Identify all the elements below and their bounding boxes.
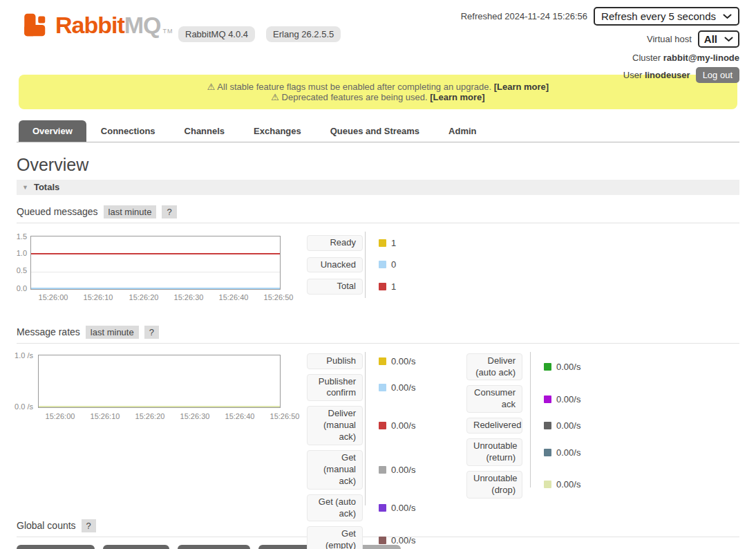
x-tick: 15:26:00	[32, 293, 74, 301]
rabbitmq-rabbit-icon	[23, 11, 51, 39]
unacked-value: 0	[391, 259, 396, 270]
queued-help-icon[interactable]: ?	[162, 205, 176, 218]
rabbitmq-logo[interactable]: RabbitMQ TM	[23, 11, 173, 39]
virtual-host-select[interactable]: All	[698, 30, 739, 48]
consumer-ack-color-swatch	[544, 396, 551, 403]
message-rates-title: Message rates	[17, 326, 80, 337]
channels-count-button[interactable]: Channels:0	[103, 545, 169, 549]
logo-tm: TM	[163, 28, 173, 35]
total-button[interactable]: Total	[307, 279, 363, 295]
rates-range-badge[interactable]: last minute	[86, 326, 139, 339]
unroutable-return-button[interactable]: Unroutable (return)	[466, 438, 522, 466]
get-empty-color-swatch	[379, 537, 386, 544]
get-manual-ack-button[interactable]: Get (manual ack)	[307, 450, 363, 490]
get-auto-ack-rate: 0.00/s	[391, 503, 415, 513]
redelivered-color-swatch	[544, 422, 551, 429]
tab-queues-and-streams[interactable]: Queues and Streams	[316, 120, 434, 142]
virtual-host-label: Virtual host	[647, 34, 692, 44]
x-tick: 15:26:40	[219, 412, 261, 420]
y-tick: 1.0	[0, 249, 27, 257]
rabbitmq-overview-page: RabbitMQ TM RabbitMQ 4.0.4 Erlang 26.2.5…	[0, 0, 756, 549]
publish-button[interactable]: Publish	[307, 353, 363, 369]
collapse-triangle-icon: ▼	[22, 184, 28, 191]
get-auto-ack-button[interactable]: Get (auto ack)	[307, 494, 363, 522]
total-series-line	[31, 253, 280, 254]
deliver-manual-ack-button[interactable]: Deliver (manual ack)	[307, 406, 363, 445]
unroutable-return-color-swatch	[544, 449, 551, 456]
queued-messages-chart: 1.5 1.0 0.5 0.0 15:26:00 15:26:10 15:26:…	[17, 234, 739, 309]
x-tick: 15:26:10	[84, 412, 126, 420]
total-color-swatch	[379, 283, 386, 290]
publisher-confirm-rate: 0.00/s	[391, 382, 415, 393]
x-tick: 15:26:20	[123, 293, 164, 301]
rates-help-icon[interactable]: ?	[144, 326, 159, 339]
get-manual-ack-rate: 0.00/s	[391, 465, 415, 475]
get-auto-ack-color-swatch	[379, 504, 386, 512]
deliver-manual-ack-rate: 0.00/s	[391, 420, 415, 431]
legend-divider	[530, 352, 531, 487]
get-manual-ack-color-swatch	[379, 466, 386, 474]
unroutable-drop-button[interactable]: Unroutable (drop)	[466, 471, 522, 499]
y-tick: 0.5	[0, 266, 27, 274]
publisher-confirm-color-swatch	[379, 384, 386, 391]
queued-legend: Ready 1 Unacked 0 Total 1	[307, 235, 396, 295]
unacked-button[interactable]: Unacked	[307, 257, 363, 273]
redelivered-button[interactable]: Redelivered	[466, 418, 522, 434]
publish-color-swatch	[379, 357, 386, 365]
legend-row-deliver-manual-ack: Deliver (manual ack) 0.00/s	[307, 406, 415, 445]
x-tick: 15:26:50	[264, 412, 305, 420]
legend-row-deliver-auto-ack: Deliver (auto ack) 0.00/s	[466, 353, 580, 381]
logo-text-rabbit: Rabbit	[55, 12, 124, 39]
zero-rate-line	[39, 406, 280, 407]
logo-text-mq: MQ	[124, 12, 161, 39]
legend-row-unroutable-drop: Unroutable (drop) 0.00/s	[466, 471, 580, 499]
totals-section-header[interactable]: ▼ Totals	[17, 180, 739, 195]
exchanges-count-button[interactable]: Exchanges:8	[178, 545, 250, 549]
logout-button[interactable]: Log out	[696, 67, 739, 83]
get-empty-rate: 0.00/s	[391, 535, 415, 546]
unroutable-drop-color-swatch	[544, 481, 551, 488]
rates-legend-right: Deliver (auto ack) 0.00/s Consumer ack 0…	[466, 353, 580, 499]
tab-connections[interactable]: Connections	[86, 120, 170, 142]
rates-plot-area	[38, 355, 281, 408]
legend-row-unroutable-return: Unroutable (return) 0.00/s	[466, 438, 580, 466]
queued-range-badge[interactable]: last minute	[104, 205, 157, 218]
tab-exchanges[interactable]: Exchanges	[239, 120, 316, 142]
get-empty-button[interactable]: Get (empty)	[307, 526, 363, 549]
deliver-auto-ack-button[interactable]: Deliver (auto ack)	[466, 353, 522, 381]
tab-overview[interactable]: Overview	[19, 120, 86, 142]
chevron-down-icon	[724, 37, 733, 42]
x-tick: 15:26:10	[77, 293, 119, 301]
y-tick: 1.5	[0, 232, 27, 241]
x-tick: 15:26:50	[258, 293, 299, 301]
message-rates-chart: 1.0 /s 0.0 /s 15:26:00 15:26:10 15:26:20…	[17, 353, 739, 510]
legend-row-unacked: Unacked 0	[307, 257, 396, 273]
x-tick: 15:26:00	[39, 412, 81, 420]
deliver-auto-ack-rate: 0.00/s	[556, 362, 580, 372]
refresh-interval-select[interactable]: Refresh every 5 seconds	[594, 7, 739, 26]
learn-more-link[interactable]: [Learn more]	[430, 92, 484, 102]
deliver-auto-ack-color-swatch	[544, 363, 551, 371]
cluster-label: Cluster	[632, 53, 661, 63]
refreshed-label: Refreshed 2024-11-24 15:26:56	[461, 11, 587, 21]
legend-row-publisher-confirm: Publisher confirm 0.00/s	[307, 374, 415, 402]
connections-count-button[interactable]: Connections:0	[17, 545, 95, 549]
global-counts-help-icon[interactable]: ?	[82, 519, 96, 532]
y-tick: 1.0 /s	[3, 351, 33, 360]
consumer-ack-button[interactable]: Consumer ack	[466, 385, 522, 413]
tab-channels[interactable]: Channels	[170, 120, 240, 142]
x-tick: 15:26:30	[168, 293, 209, 301]
header: RabbitMQ TM RabbitMQ 4.0.4 Erlang 26.2.5…	[0, 0, 756, 75]
unacked-series-line	[31, 288, 280, 289]
unroutable-return-rate: 0.00/s	[556, 447, 580, 458]
tab-admin[interactable]: Admin	[434, 120, 491, 142]
warning-icon: ⚠ All stable feature flags must be enabl…	[207, 82, 491, 92]
publisher-confirm-button[interactable]: Publisher confirm	[307, 374, 363, 402]
totals-label: Totals	[34, 182, 59, 192]
deliver-manual-ack-color-swatch	[379, 422, 386, 429]
ready-button[interactable]: Ready	[307, 235, 363, 251]
legend-row-get-auto-ack: Get (auto ack) 0.00/s	[307, 494, 415, 522]
cluster-name: rabbit@my-linode	[663, 53, 739, 63]
legend-row-get-manual-ack: Get (manual ack) 0.00/s	[307, 450, 415, 490]
legend-row-redelivered: Redelivered 0.00/s	[466, 418, 580, 434]
